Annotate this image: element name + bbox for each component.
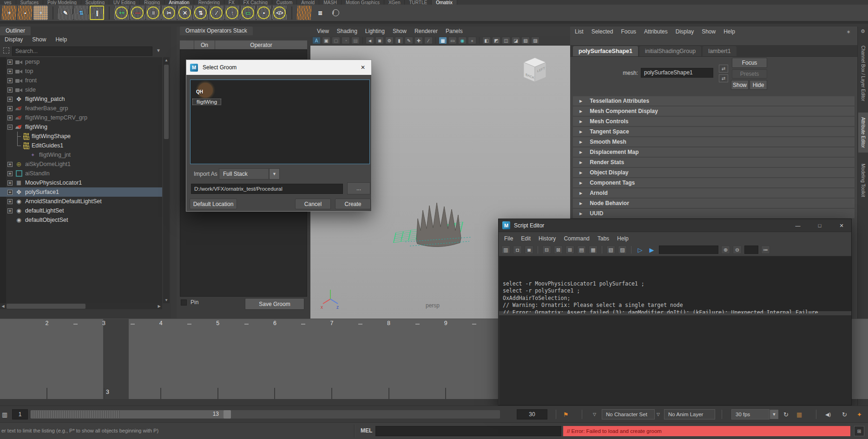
outliner-item[interactable]: aiSkyDomeLight1: [0, 160, 162, 169]
shaded-icon[interactable]: ◪: [512, 37, 520, 44]
shelf-tab[interactable]: UV Editing: [109, 0, 140, 5]
pencil-icon[interactable]: ✎: [405, 37, 413, 44]
anim-layer-field[interactable]: No Anim Layer: [664, 409, 715, 419]
list-icon[interactable]: ≣: [313, 6, 327, 20]
expand-toggle[interactable]: [7, 87, 13, 93]
stack-trace-icon[interactable]: ▦: [589, 246, 598, 254]
swap-output-icon[interactable]: ⇄: [719, 74, 728, 82]
expand-toggle[interactable]: [7, 162, 13, 167]
favorites-icon[interactable]: ✶: [846, 29, 851, 35]
shelf-tab[interactable]: ves: [0, 0, 16, 5]
line-numbers-icon[interactable]: ▧: [606, 246, 615, 254]
pen-icon[interactable]: ∕: [424, 37, 433, 44]
ox-hair-plus-icon[interactable]: +: [2, 6, 16, 20]
script-editor-menu-item[interactable]: Command: [564, 235, 589, 242]
viewport-menu-item[interactable]: Panels: [446, 28, 463, 34]
expand-toggle[interactable]: [7, 97, 13, 102]
script-output-pane[interactable]: select -r MoovPhysicsLocator1 polySurfac…: [499, 256, 851, 311]
ox-script-icon[interactable]: </>: [272, 6, 287, 20]
default-location-button[interactable]: Default Location: [190, 199, 237, 209]
loop-icon[interactable]: ↻: [783, 409, 789, 419]
scrollbar-thumb[interactable]: [164, 65, 169, 139]
evaluation-mode-icon[interactable]: ✦: [857, 409, 862, 419]
snap-move-icon[interactable]: ✚: [414, 37, 423, 44]
shelf-tab[interactable]: FX Caching: [239, 0, 272, 5]
attribute-editor-menu-item[interactable]: Display: [676, 28, 694, 35]
pin-checkbox[interactable]: [181, 299, 187, 306]
camera-attrs-icon[interactable]: ⚙: [385, 37, 394, 44]
attribute-editor-menu-item[interactable]: Focus: [621, 28, 636, 35]
presets-button[interactable]: Presets: [732, 69, 767, 79]
anim-layer-dropdown-icon[interactable]: ▽: [657, 409, 660, 419]
expand-toggle[interactable]: [7, 60, 13, 65]
fur-mesh-object[interactable]: [389, 185, 489, 257]
hide-button[interactable]: Hide: [750, 80, 767, 90]
attribute-editor-menu-item[interactable]: Selected: [592, 28, 613, 35]
shelf-tab[interactable]: Poly Modeling: [43, 0, 81, 5]
scroll-down-icon[interactable]: ▼: [163, 297, 170, 303]
node-tab[interactable]: polySurfaceShape1: [573, 46, 638, 56]
script-editor-menu-item[interactable]: Edit: [521, 235, 531, 242]
wireframe-icon[interactable]: ◫: [502, 37, 510, 44]
volume-icon[interactable]: ◀): [825, 409, 831, 419]
outliner-item[interactable]: fligtWing_patch: [0, 94, 162, 104]
browse-button[interactable]: ...: [347, 182, 370, 194]
expand-toggle[interactable]: [7, 125, 13, 130]
echo-commands-icon[interactable]: ▤: [577, 246, 586, 254]
fps-select[interactable]: 30 fps: [731, 409, 769, 419]
attribute-editor-menu-item[interactable]: Attributes: [644, 28, 668, 35]
ox-lift-icon[interactable]: ↑: [225, 6, 239, 20]
create-button[interactable]: Create: [335, 199, 371, 209]
film-gate-icon[interactable]: ▭: [448, 37, 457, 44]
script-editor-menu-item[interactable]: Tabs: [598, 235, 609, 242]
cancel-button[interactable]: Cancel: [295, 199, 331, 209]
viewport-menu-item[interactable]: Shading: [337, 28, 357, 34]
expand-toggle[interactable]: [7, 106, 13, 111]
sidebar-vertical-tab[interactable]: Modeling Toolkit: [858, 159, 868, 202]
ox-mesh-plus-icon[interactable]: +: [33, 6, 48, 20]
range-slider-thumb[interactable]: 13: [31, 410, 231, 419]
tooltip-help-icon[interactable]: ▨: [618, 246, 627, 254]
outliner-horizontal-scrollbar[interactable]: ◀ ▶: [0, 303, 162, 309]
character-set-dropdown-icon[interactable]: ▽: [593, 409, 596, 419]
outliner-menu-item[interactable]: Show: [32, 36, 46, 43]
textured-icon[interactable]: ▧: [521, 37, 530, 44]
ox-strands-icon[interactable]: [297, 6, 311, 20]
clear-all-icon[interactable]: ⊞: [566, 246, 574, 254]
outliner-item[interactable]: fligtWing: [0, 122, 162, 132]
character-set-field[interactable]: No Character Set: [602, 409, 655, 419]
ox-remove-guides-icon[interactable]: −−: [130, 6, 145, 20]
script-input-pane[interactable]: [499, 313, 851, 405]
groom-item[interactable]: QH fligtWing: [192, 83, 221, 105]
ox-length-icon[interactable]: ⇅: [193, 6, 208, 20]
shelf-tab[interactable]: MASH: [319, 0, 342, 5]
expand-toggle[interactable]: [7, 180, 13, 186]
shelf-tab[interactable]: TURTLE: [405, 0, 432, 5]
attribute-section-header[interactable]: ▶ Object Display: [573, 168, 855, 177]
attribute-section-header[interactable]: ▶ Arnold: [573, 188, 855, 198]
grid-icon[interactable]: ▦: [439, 37, 447, 44]
outliner-item[interactable]: front: [0, 76, 162, 85]
outline-icon[interactable]: ≔: [761, 246, 770, 254]
ox-guides-box-icon[interactable]: ∥: [90, 6, 104, 20]
shelf-tab[interactable]: Sculpting: [81, 0, 109, 5]
scroll-up-icon[interactable]: ▲: [163, 57, 170, 63]
shelf-tab[interactable]: Ornatrix: [432, 0, 457, 5]
current-frame-marker[interactable]: [103, 319, 129, 399]
dialog-titlebar[interactable]: M Select Groom: [186, 60, 371, 75]
bookmark-icon[interactable]: ▮: [395, 37, 403, 44]
swap-input-icon[interactable]: ⇄: [719, 65, 728, 73]
open-script-icon[interactable]: ▥: [501, 246, 510, 254]
shelf-tab[interactable]: Custom: [272, 0, 297, 5]
info-icon[interactable]: i: [329, 6, 343, 20]
execute-all-icon[interactable]: ▷: [636, 246, 644, 254]
ox-plant-guides-icon[interactable]: ++: [114, 6, 129, 20]
outliner-item[interactable]: defaultObjectSet: [0, 215, 162, 225]
outliner-title[interactable]: Outliner: [0, 27, 31, 35]
range-end-field[interactable]: 30: [517, 409, 547, 419]
camera-lock-icon[interactable]: ◙: [375, 37, 384, 44]
camera-icon[interactable]: ◄: [366, 37, 374, 44]
scroll-left-icon[interactable]: ◀: [0, 303, 6, 309]
scrollbar-thumb[interactable]: [7, 304, 85, 309]
clear-input-icon[interactable]: ⊟: [542, 246, 551, 254]
